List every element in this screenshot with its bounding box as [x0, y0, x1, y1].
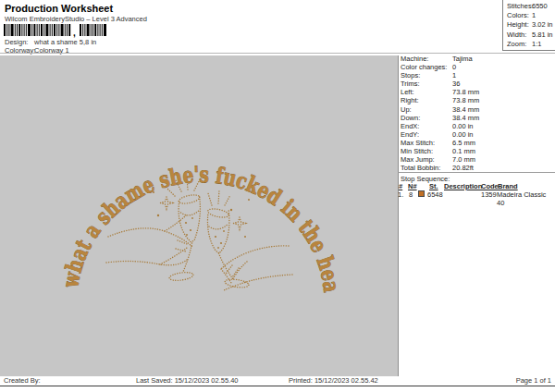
arch-embroidery-text: what a shame she's fucked in the head	[0, 55, 345, 294]
stat-width: Width:5.81 in	[507, 31, 555, 40]
stop-sequence-divider	[398, 172, 555, 173]
page-title: Production Worksheet	[5, 3, 113, 14]
app-subtitle: Wilcom EmbroideryStudio – Level 3 Advanc…	[5, 15, 147, 23]
design-name: what a shame 5,8 in	[34, 38, 96, 46]
stat-height: Height:3.02 in	[507, 20, 555, 30]
col-header-needle: N#	[408, 182, 417, 190]
info-row: Max Jump:7.0 mm	[401, 155, 553, 164]
design-label: Design:	[5, 38, 32, 46]
design-row: Design: what a shame 5,8 in	[5, 38, 96, 46]
stop-row-code: 1359	[481, 190, 497, 199]
barcode-comma: ,	[73, 28, 76, 38]
design-preview: what a shame she's fucked in the head	[0, 55, 398, 376]
footer-created-by: Created By:	[4, 376, 41, 385]
footer-page-number: Page 1 of 1	[516, 376, 551, 385]
info-row: EndX:0.00 in	[401, 122, 553, 130]
col-header-description: Description	[444, 182, 482, 190]
barcode-bars	[4, 24, 106, 36]
footer-divider	[0, 386, 555, 386]
info-row: Stops:1	[401, 71, 553, 80]
info-row: Trims:36	[401, 80, 553, 88]
barcode: ,	[4, 24, 107, 38]
info-row: Up:38.4 mm	[401, 105, 553, 114]
info-row: Max Stitch:6.5 mm	[401, 139, 553, 147]
col-header-brand: Brand	[498, 182, 518, 190]
info-row: Color changes:0	[401, 63, 553, 71]
stat-stitches: Stitches:6550	[507, 2, 555, 11]
panel-divider	[398, 55, 399, 376]
stat-colors: Colors:1	[507, 11, 555, 20]
info-row: Total Bobbin:20.82ft	[401, 164, 553, 172]
info-row: Min Stitch:0.1 mm	[401, 147, 553, 155]
footer-last-saved: Last Saved: 15/12/2023 02.55.40	[136, 376, 239, 385]
info-row: Machine:Tajima	[401, 55, 553, 63]
info-row: Down:38.4 mm	[401, 114, 553, 122]
stop-row-brand: Madeira Classic 40	[497, 190, 555, 207]
col-header-num: #	[399, 182, 402, 190]
stop-row-stitches: 6548	[427, 190, 443, 199]
stats-box: Stitches:6550 Colors:1 Height:3.02 in Wi…	[502, 0, 555, 51]
machine-info-panel: Machine:Tajima Color changes:0 Stops:1 T…	[401, 55, 553, 172]
stat-zoom: Zoom:1:1	[507, 40, 555, 49]
col-header-stitches: St.	[429, 182, 438, 190]
info-row: Right:73.8 mm	[401, 96, 553, 104]
stop-row-needle: 8	[409, 190, 413, 199]
thread-swatch	[418, 190, 425, 197]
col-header-code: Code	[481, 182, 499, 190]
info-row: Left:73.8 mm	[401, 88, 553, 96]
stop-row-num: 1.	[398, 190, 403, 199]
header-divider	[0, 53, 555, 54]
info-row: EndY:0.00 in	[401, 130, 553, 139]
footer-printed: Printed: 15/12/2023 02.55.42	[289, 376, 378, 385]
